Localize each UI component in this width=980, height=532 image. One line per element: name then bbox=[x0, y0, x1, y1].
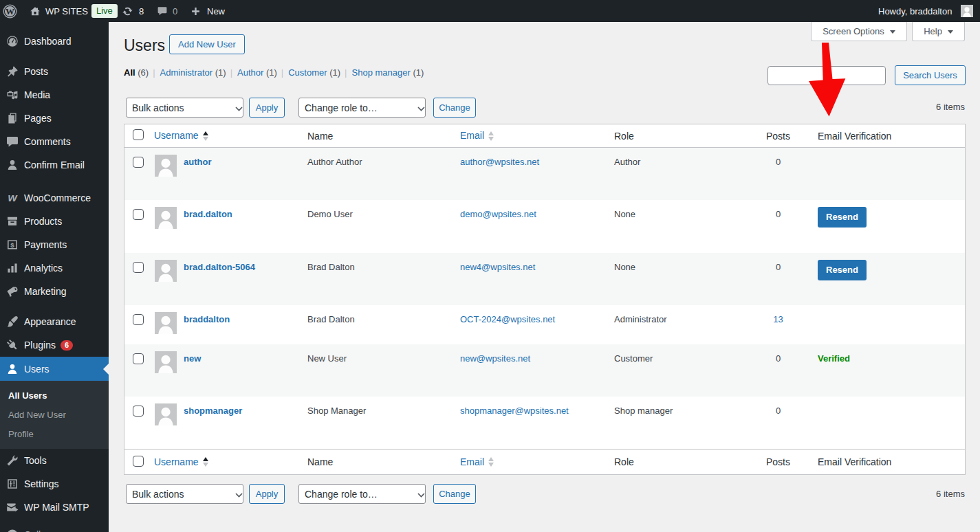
svg-text:w: w bbox=[8, 191, 18, 204]
svg-text:W: W bbox=[6, 6, 14, 16]
svg-text:$: $ bbox=[10, 241, 14, 249]
